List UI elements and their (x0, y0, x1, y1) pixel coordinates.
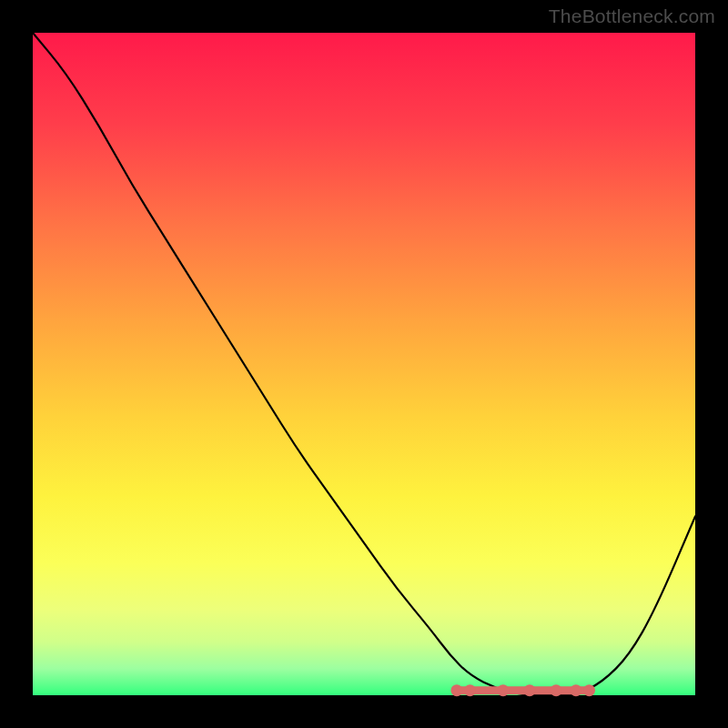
optimal-dot (450, 684, 462, 696)
optimal-dot (464, 684, 476, 696)
optimal-dot (583, 684, 595, 696)
chart-frame: TheBottleneck.com (0, 0, 728, 728)
optimal-dot (551, 684, 562, 696)
chart-overlay (33, 33, 695, 695)
optimal-dot (524, 684, 536, 696)
optimal-dot (570, 684, 581, 696)
bottleneck-curve (33, 33, 695, 695)
optimal-dot (497, 684, 509, 696)
attribution-text: TheBottleneck.com (549, 5, 715, 27)
